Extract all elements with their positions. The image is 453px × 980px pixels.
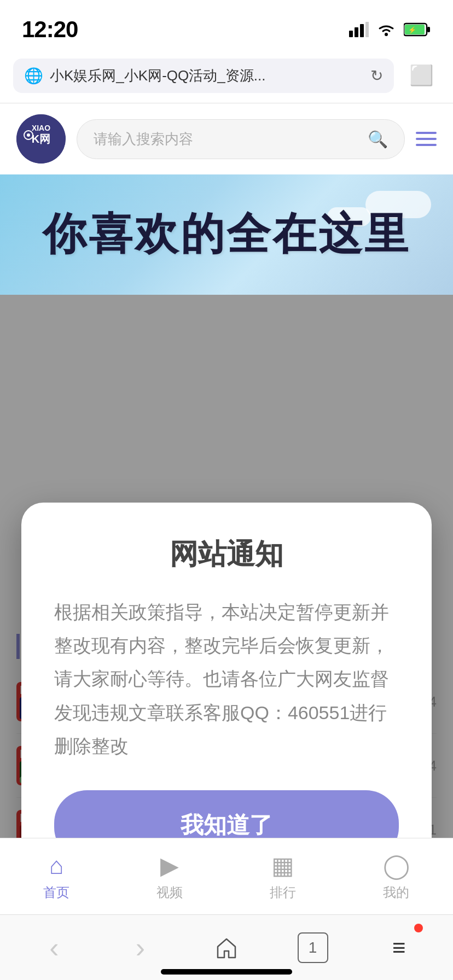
- svg-text:K网: K网: [32, 133, 50, 145]
- status-icons: ⚡: [349, 22, 431, 37]
- home-button[interactable]: [205, 926, 248, 970]
- bottom-tab-bar: ⌂ 首页 ▶ 视频 ▦ 排行 ◯ 我的: [0, 838, 453, 914]
- globe-icon: 🌐: [24, 67, 43, 85]
- modal-title: 网站通知: [54, 535, 399, 574]
- banner-title: 你喜欢的全在这里: [43, 205, 410, 264]
- video-tab-label: 视频: [156, 884, 183, 901]
- briefcase-icon: ⬜: [409, 64, 434, 87]
- logo-area[interactable]: XIAO K网: [16, 114, 66, 164]
- forward-icon: ›: [136, 931, 145, 964]
- page-count: 1: [298, 932, 328, 963]
- browser-menu-button[interactable]: ≡: [377, 926, 421, 970]
- video-tab-icon: ▶: [160, 851, 179, 879]
- menu-line-3: [416, 144, 437, 146]
- tab-profile[interactable]: ◯ 我的: [383, 851, 410, 901]
- reload-icon[interactable]: ↻: [370, 67, 383, 85]
- url-bar[interactable]: 🌐 小K娱乐网_小K网-QQ活动_资源... ↻: [13, 59, 394, 93]
- home-tab-icon: ⌂: [49, 852, 64, 879]
- ranking-tab-label: 排行: [270, 884, 296, 901]
- site-header: XIAO K网 请输入搜索内容 🔍: [0, 103, 453, 174]
- search-placeholder-text: 请输入搜索内容: [94, 130, 361, 149]
- svg-rect-2: [360, 24, 364, 37]
- signal-icon: [349, 22, 369, 37]
- search-icon[interactable]: 🔍: [368, 130, 388, 149]
- profile-tab-icon: ◯: [383, 851, 410, 879]
- tab-home[interactable]: ⌂ 首页: [43, 852, 69, 901]
- svg-rect-6: [427, 27, 430, 32]
- home-browser-icon: [213, 935, 240, 961]
- modal-body: 根据相关政策指导，本站决定暂停更新并整改现有内容，整改完毕后会恢复更新，请大家耐…: [54, 596, 399, 763]
- svg-rect-3: [365, 22, 369, 37]
- tab-video[interactable]: ▶ 视频: [156, 851, 183, 901]
- search-bar[interactable]: 请输入搜索内容 🔍: [77, 119, 405, 159]
- svg-point-13: [27, 133, 30, 137]
- browser-bar: 🌐 小K娱乐网_小K网-QQ活动_资源... ↻ ⬜: [0, 48, 453, 103]
- tab-ranking[interactable]: ▦ 排行: [270, 851, 296, 901]
- svg-rect-1: [355, 27, 358, 37]
- svg-text:XIAO: XIAO: [32, 124, 50, 132]
- browser-menu-icon: ≡: [392, 935, 406, 961]
- home-tab-label: 首页: [43, 884, 69, 901]
- battery-icon: ⚡: [404, 22, 431, 37]
- status-bar: 12:20 ⚡: [0, 0, 453, 48]
- menu-notification-dot: [414, 924, 423, 932]
- modal-overlay: 网站通知 根据相关政策指导，本站决定暂停更新并整改现有内容，整改完毕后会恢复更新…: [0, 295, 453, 878]
- svg-point-4: [385, 33, 388, 36]
- forward-button[interactable]: ›: [118, 926, 162, 970]
- back-icon: ‹: [49, 931, 59, 964]
- page-content: 最新资讯 New 最近比较火的古风姓氏头像在线制作小程序... 12-14 Ne…: [0, 295, 453, 878]
- svg-rect-0: [349, 31, 353, 37]
- hamburger-menu[interactable]: [416, 132, 437, 146]
- wifi-icon: [376, 22, 396, 37]
- menu-line-2: [416, 138, 437, 140]
- back-button[interactable]: ‹: [32, 926, 76, 970]
- status-time: 12:20: [22, 16, 78, 43]
- profile-tab-label: 我的: [383, 884, 409, 901]
- notification-modal: 网站通知 根据相关政策指导，本站决定暂停更新并整改现有内容，整改完毕后会恢复更新…: [21, 503, 432, 888]
- hero-banner: 你喜欢的全在这里: [0, 174, 453, 295]
- svg-text:⚡: ⚡: [408, 26, 416, 34]
- home-indicator: [161, 969, 292, 975]
- menu-line-1: [416, 132, 437, 134]
- url-text: 小K娱乐网_小K网-QQ活动_资源...: [50, 66, 364, 85]
- tabs-button[interactable]: 1: [291, 926, 335, 970]
- briefcase-button[interactable]: ⬜: [403, 57, 440, 94]
- ranking-tab-icon: ▦: [271, 851, 294, 879]
- logo-image: XIAO K网: [16, 114, 66, 164]
